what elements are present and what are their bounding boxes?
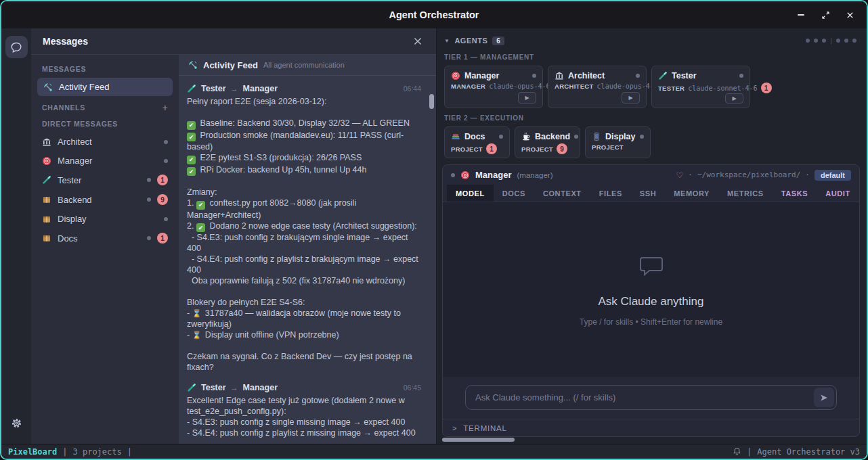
status-dot (852, 39, 856, 43)
building-icon (42, 137, 51, 147)
agent-card-top: Architect (555, 71, 640, 80)
workspace-badge[interactable]: default (815, 170, 851, 181)
dm-list: ArchitectManagerTester1Backend9DisplayDo… (37, 133, 173, 247)
message-recipient: Manager (243, 383, 278, 392)
target-icon (451, 71, 460, 80)
horizontal-scrollbar-thumb[interactable] (442, 438, 515, 442)
presence-dot (640, 135, 644, 139)
horizontal-scrollbar[interactable] (442, 438, 523, 442)
left-rail (1, 28, 31, 444)
tab-docs[interactable]: DOCS (494, 185, 534, 202)
activity-feed-subtitle: All agent communication (263, 61, 345, 69)
feed-scrollbar[interactable] (429, 78, 434, 441)
agent-card-tester[interactable]: TesterTESTERclaude-sonnet-4-61▶ (651, 66, 750, 108)
main-area: Messages MESSAGES Activity Feed CHANNELS… (1, 28, 867, 444)
bell-icon[interactable] (733, 447, 741, 456)
agent-card-sub: PROJECT1 (451, 143, 503, 154)
agent-card-backend[interactable]: BackendPROJECT9 (515, 127, 580, 158)
separator: | (747, 447, 752, 457)
terminal-label: TERMINAL (463, 424, 507, 432)
pen-icon (187, 84, 196, 93)
tab-memory[interactable]: MEMORY (665, 185, 718, 202)
terminal-toggle[interactable]: > TERMINAL (443, 419, 859, 436)
tab-tasks[interactable]: TASKS (773, 185, 817, 202)
sidebar-item-manager[interactable]: Manager (37, 152, 173, 169)
package-icon (42, 233, 51, 243)
agents-header[interactable]: ▼ AGENTS 6 (442, 34, 861, 47)
agent-card-top: Backend (521, 132, 573, 141)
close-button[interactable] (845, 10, 854, 20)
sidebar-item-tester[interactable]: Tester1 (37, 171, 173, 189)
package-icon (42, 195, 51, 204)
messages-close-button[interactable] (411, 34, 425, 48)
tab-metrics[interactable]: METRICS (718, 185, 773, 202)
hourglass-emoji: ⌛ (192, 331, 202, 339)
presence-dot (147, 178, 151, 182)
unread-badge: 1 (761, 83, 772, 93)
sidebar-item-docs[interactable]: Docs1 (37, 229, 173, 247)
presence-dot (636, 74, 640, 78)
send-button[interactable] (814, 388, 834, 407)
sidebar-item-activity-feed[interactable]: Activity Feed (37, 78, 173, 96)
agent-card-top: Tester (658, 71, 743, 80)
status-dot (814, 39, 818, 43)
minimize-button[interactable] (796, 10, 806, 20)
presence-dot (532, 74, 536, 78)
play-button[interactable]: ▶ (518, 92, 536, 104)
phone-icon (592, 132, 601, 141)
chevron-right-icon: > (452, 424, 457, 432)
chat-rail-button[interactable] (5, 36, 28, 58)
sidebar-item-label: Manager (58, 156, 92, 166)
agent-name: Docs (464, 132, 485, 141)
message-timestamp: 06:45 (404, 384, 421, 392)
unread-badge: 1 (157, 175, 168, 185)
maximize-button[interactable] (821, 10, 830, 20)
manager-panel-role: (manager) (517, 171, 552, 179)
message-recipient: Manager (243, 84, 278, 93)
tab-context[interactable]: CONTEXT (534, 185, 590, 202)
messages-panel-header: Messages (31, 28, 436, 55)
sidebar-item-backend[interactable]: Backend9 (37, 191, 173, 208)
agent-model: claude-sonnet-4-6 (688, 85, 757, 92)
agent-card-display[interactable]: DisplayPROJECT (585, 127, 651, 158)
sidebar-item-label: Backend (58, 195, 92, 205)
add-channel-button[interactable]: + (162, 104, 168, 111)
sidebar-item-label: Tester (58, 175, 81, 185)
status-dot (822, 39, 826, 43)
tier2-label: TIER 2 — EXECUTION (442, 114, 861, 122)
manager-panel-name: Manager (475, 170, 511, 180)
titlebar: Agent Orchestrator (1, 1, 867, 28)
activity-feed: Activity Feed All agent communication Te… (179, 55, 436, 444)
agent-model: claude-opus-4-6 (489, 83, 550, 90)
dot-separator: · (805, 170, 810, 179)
feed-scrollbar-thumb[interactable] (429, 94, 434, 109)
books-icon (451, 132, 460, 141)
chat-input[interactable] (465, 385, 837, 410)
section-messages-label: MESSAGES (42, 65, 86, 73)
agent-name: Architect (568, 71, 605, 80)
tab-ssh[interactable]: SSH (631, 185, 665, 202)
agent-role: PROJECT (521, 145, 553, 153)
agent-card-docs[interactable]: DocsPROJECT1 (444, 127, 510, 158)
play-button[interactable]: ▶ (725, 93, 743, 104)
workspace-info: ♡ · ~/workspace/pixelboard/ · default (676, 170, 851, 181)
window-title: Agent Orchestrator (1, 9, 867, 20)
section-channels-label: CHANNELS (42, 104, 85, 112)
heart-icon[interactable]: ♡ (676, 170, 684, 180)
agent-card-manager[interactable]: ManagerMANAGERclaude-opus-4-6▶ (444, 66, 543, 108)
sidebar-item-display[interactable]: Display (37, 210, 173, 227)
tab-files[interactable]: FILES (590, 185, 631, 202)
tab-model[interactable]: MODEL (447, 185, 494, 202)
agent-card-architect[interactable]: ArchitectARCHITECTclaude-opus-4-6▶ (548, 66, 647, 108)
agent-card-top: Manager (451, 71, 536, 80)
agent-name: Backend (535, 132, 570, 141)
coffee-icon (521, 132, 531, 141)
sidebar-item-architect[interactable]: Architect (37, 133, 173, 150)
tab-audit[interactable]: AUDIT (817, 185, 859, 202)
manager-panel-header: Manager (manager) ♡ · ~/workspace/pixelb… (443, 165, 859, 185)
agent-model: claude-opus-4-6 (597, 83, 658, 90)
agent-name: Manager (464, 71, 499, 80)
play-button[interactable]: ▶ (622, 92, 640, 104)
settings-button[interactable] (5, 412, 28, 434)
agent-name: Tester (672, 71, 697, 80)
